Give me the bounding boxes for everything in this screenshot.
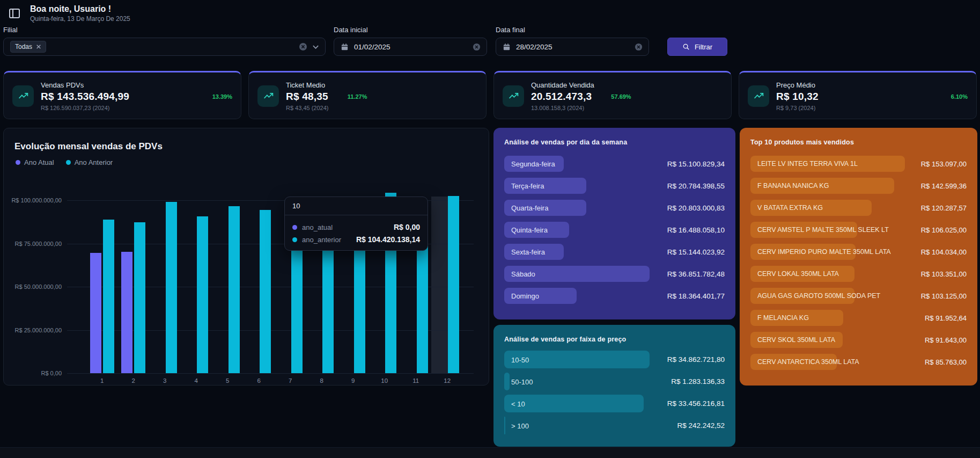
legend-item-ano_atual[interactable]: Ano Atual [16,158,54,166]
filial-chip-label: Todas [15,43,32,50]
bar-month-6-ano_anterior[interactable] [260,210,271,373]
data-final-input[interactable]: 28/02/2025 [496,38,649,56]
bar-month-1-ano_anterior[interactable] [103,220,114,373]
filter-button[interactable]: Filtrar [667,38,727,56]
kpi-percent-badge: 6.10% [951,93,968,100]
x-axis-tick-label: 6 [247,377,271,384]
bar-value: R$ 142.599,36 [905,182,967,190]
clear-date-icon[interactable] [473,43,481,51]
weekday-analysis-card: Análise de vendas por dia da semana Segu… [493,128,735,319]
bar-value: R$ 120.287,57 [905,204,967,212]
list-item: LEITE LV INTEG TERRA VIVA 1LR$ 153.097,0… [750,156,967,172]
bar-month-2-ano_atual[interactable] [121,252,132,373]
x-axis-tick-label: 5 [216,377,239,384]
value-bar[interactable] [504,395,644,412]
kpi-percent-badge: 11.27% [348,93,367,100]
list-item: CERV LOKAL 350ML LATAR$ 103.351,00 [750,266,967,282]
bar-label: 50-100 [511,377,533,386]
bar-value: R$ 16.488.058,10 [650,226,725,234]
bar-track: F MELANCIA KG [750,310,905,326]
bar-track: Sábado [504,266,650,282]
data-final-value: 28/02/2025 [516,43,552,51]
y-axis-tick-label: R$ 50.000.000,00 [6,283,62,290]
bar-value: R$ 34.862.721,80 [650,355,725,364]
bar-value: R$ 242.242,52 [650,421,725,430]
value-bar[interactable] [504,373,510,390]
filter-bar: Filial Todas Data inicial 01/02/2025 Dat… [0,24,980,56]
filial-chip[interactable]: Todas [10,41,46,53]
bar-value: R$ 91.952,64 [905,314,967,322]
x-axis-tick-label: 9 [341,377,365,384]
bar-track: 10-50 [504,351,650,368]
monthly-evolution-chart-card: Evolução mensal vendas de PDVs Ano Atual… [3,128,489,386]
tooltip-series-dot [292,225,297,230]
tooltip-body: ano_atualR$ 0,00ano_anteriorR$ 104.420.1… [285,215,428,250]
bar-label: Quarta-feira [511,204,548,212]
bar-month-3-ano_anterior[interactable] [166,202,177,373]
bar-label: Domingo [511,292,539,300]
list-item: F MELANCIA KGR$ 91.952,64 [750,310,967,326]
bar-value: R$ 33.456.216,81 [650,399,725,408]
legend-item-ano_anterior[interactable]: Ano Anterior [66,158,113,166]
kpi-value: R$ 143.536.494,99 [41,91,129,103]
trending-up-icon [12,85,34,107]
current-date: Quinta-feira, 13 De Março De 2025 [30,15,130,23]
list-item: CERV ANTARCTICA 350ML LATAR$ 85.763,00 [750,354,967,370]
data-final-label: Data final [496,26,649,34]
list-item: < 10R$ 33.456.216,81 [504,395,725,412]
bar-label: Quinta-feira [511,226,548,234]
bar-value: R$ 85.763,00 [905,358,967,366]
kpi-previous-value: R$ 43,45 (2024) [286,105,477,111]
kpi-label: Preço Médio [776,81,968,89]
bar-month-4-ano_anterior[interactable] [197,216,208,373]
y-axis-tick-label: R$ 25.000.000,00 [6,327,62,333]
kpi-label: Vendas PDVs [41,81,232,89]
x-axis-tick-label: 2 [122,377,145,384]
bar-value: R$ 36.851.782,48 [650,270,725,278]
main-content: Evolução mensal vendas de PDVs Ano Atual… [3,128,977,447]
kpi-value: R$ 10,32 [776,91,819,103]
bar-value: R$ 153.097,00 [905,160,967,168]
bar-value: R$ 103.125,00 [905,292,967,300]
bar-value: R$ 91.643,00 [905,336,967,344]
bar-month-2-ano_anterior[interactable] [134,222,145,373]
price-range-card-title: Análise de vendas por faixa de preço [504,336,725,343]
bar-track: LEITE LV INTEG TERRA VIVA 1L [750,156,905,172]
legend-dot [66,160,71,165]
data-inicial-input[interactable]: 01/02/2025 [334,38,487,56]
list-item: CERV SKOL 350ML LATAR$ 91.643,00 [750,332,967,348]
greeting-title: Boa noite, Usuario ! [30,4,130,14]
x-axis-tick-label: 4 [185,377,208,384]
sidebar-toggle-button[interactable] [6,5,23,21]
bar-track: Terça-feira [504,178,650,194]
bar-track: CERV IMPERIO PURO MALTE 350ML LATA [750,244,905,260]
chart-tooltip: 10ano_atualR$ 0,00ano_anteriorR$ 104.420… [284,197,428,251]
list-item: SábadoR$ 36.851.782,48 [504,266,725,282]
chevron-down-icon[interactable] [312,43,319,50]
chip-remove-icon[interactable] [36,44,41,49]
kpi-row: Vendas PDVs R$ 143.536.494,99 13.39% R$ … [3,71,977,119]
clear-select-icon[interactable] [299,42,307,51]
bar-month-12-ano_anterior[interactable] [448,196,459,373]
tooltip-row: ano_anteriorR$ 104.420.138,14 [292,235,420,244]
bar-track: CERV LOKAL 350ML LATA [750,266,905,282]
x-axis-tick-label: 7 [278,377,302,384]
value-bar[interactable] [504,417,505,434]
bar-month-5-ano_anterior[interactable] [229,206,240,373]
bar-month-1-ano_atual[interactable] [90,253,101,373]
gridline [67,373,474,374]
bar-track: < 10 [504,395,650,412]
bar-label: V BATATA EXTRA KG [757,204,823,212]
bar-label: Sábado [511,270,535,278]
clear-date-icon[interactable] [635,43,643,51]
kpi-label: Quantidade Vendida [531,81,723,89]
kpi-value: 20.512.473,3 [531,91,592,103]
kpi-percent-badge: 13.39% [212,93,232,100]
bar-track: V BATATA EXTRA KG [750,200,905,216]
kpi-value: R$ 48,35 [286,91,328,103]
list-item: > 100R$ 242.242,52 [504,417,725,434]
list-item: Terça-feiraR$ 20.784.398,55 [504,178,725,194]
filial-select[interactable]: Todas [3,38,326,56]
bar-label: CERV LOKAL 350ML LATA [757,270,839,278]
bar-label: > 100 [511,421,529,430]
